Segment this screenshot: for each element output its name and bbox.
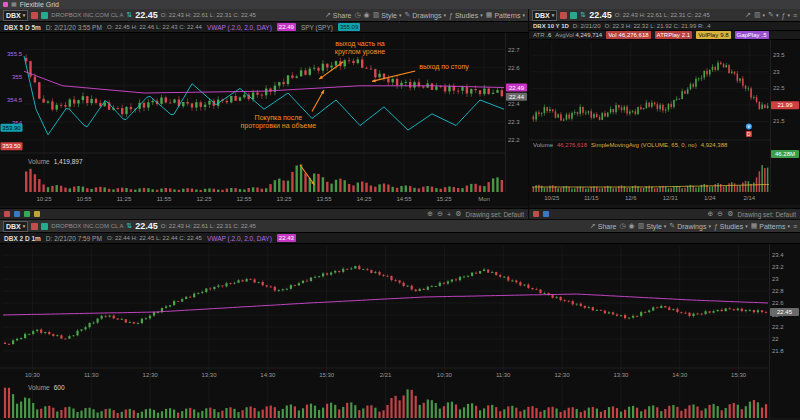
account-button[interactable]: ◉ bbox=[364, 11, 370, 19]
vol-study-chip[interactable]: Vol46,276,618 bbox=[606, 31, 650, 39]
svg-text:23.5: 23.5 bbox=[773, 52, 785, 58]
vwap-study-label[interactable]: VWAP (.2.0, 2.0, DAY) bbox=[207, 24, 272, 31]
menu-button[interactable]: ≡ bbox=[793, 12, 797, 19]
earnings-marker[interactable]: e bbox=[746, 123, 752, 129]
style-button[interactable]: ▥ Style ▾ bbox=[638, 222, 667, 230]
svg-text:10:55: 10:55 bbox=[76, 196, 92, 202]
link-color-yellow[interactable] bbox=[34, 211, 40, 217]
atrplay-study-chip[interactable]: ATRPlay2.1 bbox=[655, 31, 693, 39]
dividend-marker[interactable]: D bbox=[746, 131, 752, 137]
vwap-study-label[interactable]: VWAP (.2.0, 2.0, DAY) bbox=[207, 235, 272, 242]
drawings-button[interactable]: ✎▾ bbox=[768, 11, 778, 19]
share-button[interactable]: ↗ Share bbox=[590, 222, 617, 230]
gapplay-study-chip[interactable]: GapPlay.5 bbox=[735, 31, 769, 39]
settings-icon[interactable]: ⚙ bbox=[455, 210, 461, 218]
patterns-button[interactable]: ▦ Patterns ▾ bbox=[486, 11, 525, 19]
zoom-out-icon[interactable]: ⊖ bbox=[437, 210, 443, 218]
symbol-input[interactable]: DBX ▾ bbox=[532, 10, 557, 21]
link-icon[interactable] bbox=[570, 12, 577, 19]
symbol-input[interactable]: DBX ▾ bbox=[3, 10, 28, 21]
chart-info-row-3: DBX 2 D 1m D: 2/21/20 7:59 PM O: 22.44 H… bbox=[0, 233, 800, 244]
share-button[interactable]: ↗ Share bbox=[325, 11, 352, 19]
patterns-button[interactable]: ▦ Patterns ▾ bbox=[751, 222, 790, 230]
volume-sma-label[interactable]: SimpleMovingAvg (VOLUME, 65, 0, no) bbox=[591, 142, 697, 148]
trade-annotations[interactable]: выход часть накруглом уровневыход по сто… bbox=[241, 40, 470, 185]
svg-text:23: 23 bbox=[772, 276, 779, 282]
window-title: Flexible Grid bbox=[20, 0, 59, 9]
studies-button[interactable]: ƒ▾ bbox=[781, 12, 789, 19]
style-button[interactable]: ▥ Style ▾ bbox=[373, 11, 402, 19]
share-icon: ↗ bbox=[325, 11, 331, 19]
link-color-red[interactable] bbox=[533, 211, 539, 217]
studies-button[interactable]: ƒ Studies ▾ bbox=[449, 12, 483, 19]
drawings-button[interactable]: ✎ Drawings ▾ bbox=[404, 11, 446, 19]
svg-text:2/21: 2/21 bbox=[380, 372, 392, 378]
svg-text:13:30: 13:30 bbox=[201, 372, 217, 378]
svg-text:22.5: 22.5 bbox=[773, 85, 785, 91]
flag-icon[interactable] bbox=[31, 12, 38, 19]
patterns-label: Patterns bbox=[494, 12, 520, 19]
window-titlebar[interactable]: ▦ Flexible Grid bbox=[0, 0, 800, 9]
svg-text:15:30: 15:30 bbox=[319, 372, 335, 378]
pan-icon[interactable]: + bbox=[447, 211, 451, 218]
svg-text:11/15: 11/15 bbox=[584, 195, 599, 201]
svg-text:22.4: 22.4 bbox=[508, 101, 520, 107]
time-button[interactable]: ◷ bbox=[355, 11, 361, 19]
svg-text:12:25: 12:25 bbox=[196, 196, 212, 202]
time-button[interactable]: ◷ bbox=[619, 222, 625, 230]
spy-overlay-label[interactable]: SPY (SPY) bbox=[301, 24, 333, 31]
drawing-set-label[interactable]: Drawing set: Default bbox=[737, 211, 796, 218]
link-color-blue[interactable] bbox=[14, 211, 20, 217]
chevron-down-icon: ▾ bbox=[399, 12, 402, 18]
flag-icon[interactable] bbox=[31, 223, 38, 230]
link-color-red[interactable] bbox=[4, 211, 10, 217]
timeframe-label[interactable]: DBX 2 D 1m bbox=[4, 235, 41, 242]
svg-text:Mon: Mon bbox=[478, 196, 490, 202]
bid-ask-arrows-icon: ⇅ bbox=[580, 11, 586, 19]
svg-text:12:30: 12:30 bbox=[555, 372, 571, 378]
crosshair-ohlc: O: 22.45 H: 22.46 L: 22.43 C: 22.44 bbox=[107, 24, 202, 30]
symbol-input[interactable]: DBX ▾ bbox=[3, 221, 28, 232]
timeframe-label[interactable]: DBX 10 Y 1D bbox=[533, 23, 569, 29]
settings-icon[interactable]: ⚙ bbox=[727, 210, 733, 218]
svg-text:21.99: 21.99 bbox=[777, 102, 793, 108]
price-chart-two-day[interactable]: 23.423.22322.822.622.422.22221.810:3011:… bbox=[0, 244, 800, 418]
svg-text:22.2: 22.2 bbox=[772, 324, 784, 330]
drawing-set-label[interactable]: Drawing set: Default bbox=[465, 211, 524, 218]
svg-text:10:30: 10:30 bbox=[25, 372, 41, 378]
drawings-button[interactable]: ✎ Drawings ▾ bbox=[669, 222, 711, 230]
crosshair-datetime: D: 2/21/20 7:59 PM bbox=[46, 235, 102, 242]
svg-text:22.44: 22.44 bbox=[509, 94, 525, 100]
gridlines bbox=[3, 246, 768, 418]
flag-icon[interactable] bbox=[560, 12, 567, 19]
menu-button[interactable]: ≡ bbox=[793, 223, 797, 230]
zoom-in-icon[interactable]: ⊕ bbox=[427, 210, 433, 218]
link-icon[interactable] bbox=[41, 223, 48, 230]
chevron-down-icon: ▾ bbox=[522, 12, 525, 18]
svg-text:13:55: 13:55 bbox=[316, 196, 332, 202]
share-icon: ↗ bbox=[590, 222, 596, 230]
svg-text:23.2: 23.2 bbox=[772, 264, 784, 270]
studies-button[interactable]: ƒ Studies ▾ bbox=[714, 223, 748, 230]
svg-text:11:30: 11:30 bbox=[496, 372, 511, 378]
account-button[interactable]: ◉ bbox=[629, 222, 635, 230]
link-color-blue[interactable] bbox=[543, 211, 549, 217]
style-button[interactable]: ▥▾ bbox=[754, 11, 765, 19]
share-button[interactable]: ↗ bbox=[745, 11, 751, 19]
link-icon[interactable] bbox=[41, 12, 48, 19]
svg-text:12/6: 12/6 bbox=[625, 195, 637, 201]
price-chart-intraday[interactable]: 22.722.622.522.422.322.2355.5355354.5354… bbox=[0, 33, 528, 206]
zoom-out-icon[interactable]: ⊖ bbox=[717, 210, 723, 218]
svg-text:13:30: 13:30 bbox=[613, 372, 629, 378]
symbol-text: DBX bbox=[6, 12, 21, 19]
link-color-green[interactable] bbox=[24, 211, 30, 217]
timeframe-label[interactable]: DBX 5 D 5m bbox=[4, 24, 41, 31]
zoom-in-icon[interactable]: ⊕ bbox=[707, 210, 713, 218]
last-price: 22.45 bbox=[589, 10, 612, 20]
price-chart-daily[interactable]: 23.52322.52221.510/2511/1512/612/311/242… bbox=[529, 40, 800, 205]
pencil-icon: ✎ bbox=[768, 11, 774, 19]
chevron-down-icon: ▾ bbox=[664, 223, 667, 229]
volplay-study-chip[interactable]: VolPlay9.8 bbox=[696, 31, 730, 39]
flexible-grid-window: ▦ Flexible Grid DBX ▾ DROPBOX INC.COM CL… bbox=[0, 0, 800, 420]
study-value: 4,249,714 bbox=[576, 32, 603, 38]
